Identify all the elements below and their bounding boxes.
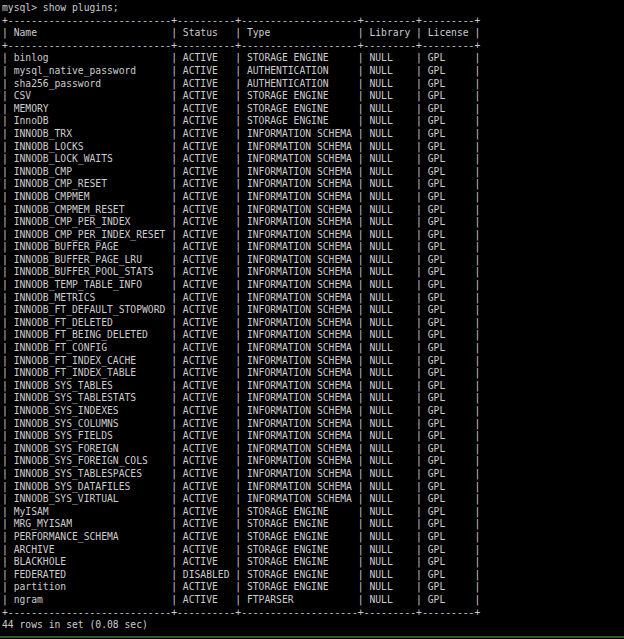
table-row: | INNODB_SYS_INDEXES | ACTIVE | INFORMAT… <box>2 405 624 418</box>
table-border-line: +----------------------------+----------… <box>2 607 624 620</box>
table-row: | INNODB_SYS_TABLESPACES | ACTIVE | INFO… <box>2 468 624 481</box>
table-row: | FEDERATED | DISABLED | STORAGE ENGINE … <box>2 569 624 582</box>
table-row: | INNODB_BUFFER_PAGE_LRU | ACTIVE | INFO… <box>2 254 624 267</box>
table-border-line: +----------------------------+----------… <box>2 40 624 53</box>
table-row: | INNODB_FT_BEING_DELETED | ACTIVE | INF… <box>2 329 624 342</box>
table-row: | INNODB_SYS_FOREIGN | ACTIVE | INFORMAT… <box>2 443 624 456</box>
table-row: | INNODB_CMPMEM | ACTIVE | INFORMATION S… <box>2 191 624 204</box>
table-row: | INNODB_SYS_FIELDS | ACTIVE | INFORMATI… <box>2 430 624 443</box>
table-row: | INNODB_BUFFER_PAGE | ACTIVE | INFORMAT… <box>2 241 624 254</box>
plugins-table: +----------------------------+----------… <box>2 15 624 620</box>
table-row: | InnoDB | ACTIVE | STORAGE ENGINE | NUL… <box>2 115 624 128</box>
table-row: | INNODB_SYS_FOREIGN_COLS | ACTIVE | INF… <box>2 455 624 468</box>
table-row: | MyISAM | ACTIVE | STORAGE ENGINE | NUL… <box>2 506 624 519</box>
window-bottom-edge <box>0 636 624 638</box>
table-row: | INNODB_FT_INDEX_CACHE | ACTIVE | INFOR… <box>2 355 624 368</box>
table-row: | ngram | ACTIVE | FTPARSER | NULL | GPL… <box>2 594 624 607</box>
table-row: | INNODB_METRICS | ACTIVE | INFORMATION … <box>2 292 624 305</box>
table-row: | INNODB_TEMP_TABLE_INFO | ACTIVE | INFO… <box>2 279 624 292</box>
command-text: show plugins; <box>43 2 119 13</box>
table-row: | INNODB_SYS_TABLESTATS | ACTIVE | INFOR… <box>2 392 624 405</box>
mysql-prompt: mysql> <box>2 2 43 13</box>
table-row: | INNODB_CMP_PER_INDEX | ACTIVE | INFORM… <box>2 216 624 229</box>
table-row: | INNODB_FT_INDEX_TABLE | ACTIVE | INFOR… <box>2 367 624 380</box>
table-row: | INNODB_FT_CONFIG | ACTIVE | INFORMATIO… <box>2 342 624 355</box>
table-row: | INNODB_FT_DELETED | ACTIVE | INFORMATI… <box>2 317 624 330</box>
terminal-window[interactable]: mysql> show plugins; +------------------… <box>0 0 624 639</box>
table-row: | INNODB_SYS_VIRTUAL | ACTIVE | INFORMAT… <box>2 493 624 506</box>
table-row: | INNODB_LOCKS | ACTIVE | INFORMATION SC… <box>2 141 624 154</box>
table-row: | INNODB_CMP_RESET | ACTIVE | INFORMATIO… <box>2 178 624 191</box>
prompt-line: mysql> show plugins; <box>2 2 624 15</box>
footer-line: 44 rows in set (0.08 sec) <box>2 619 624 632</box>
table-row: | INNODB_SYS_DATAFILES | ACTIVE | INFORM… <box>2 481 624 494</box>
table-row: | INNODB_CMP_PER_INDEX_RESET | ACTIVE | … <box>2 229 624 242</box>
table-row: | sha256_password | ACTIVE | AUTHENTICAT… <box>2 78 624 91</box>
table-row: | INNODB_SYS_COLUMNS | ACTIVE | INFORMAT… <box>2 418 624 431</box>
table-row: | INNODB_SYS_TABLES | ACTIVE | INFORMATI… <box>2 380 624 393</box>
table-row: | binlog | ACTIVE | STORAGE ENGINE | NUL… <box>2 52 624 65</box>
table-row: | partition | ACTIVE | STORAGE ENGINE | … <box>2 581 624 594</box>
table-row: | INNODB_LOCK_WAITS | ACTIVE | INFORMATI… <box>2 153 624 166</box>
table-row: | INNODB_FT_DEFAULT_STOPWORD | ACTIVE | … <box>2 304 624 317</box>
table-row: | MRG_MYISAM | ACTIVE | STORAGE ENGINE |… <box>2 518 624 531</box>
table-row: | INNODB_CMP | ACTIVE | INFORMATION SCHE… <box>2 166 624 179</box>
table-row: | CSV | ACTIVE | STORAGE ENGINE | NULL |… <box>2 90 624 103</box>
table-row: | INNODB_CMPMEM_RESET | ACTIVE | INFORMA… <box>2 204 624 217</box>
table-row: | PERFORMANCE_SCHEMA | ACTIVE | STORAGE … <box>2 531 624 544</box>
table-row: | ARCHIVE | ACTIVE | STORAGE ENGINE | NU… <box>2 544 624 557</box>
table-row: | BLACKHOLE | ACTIVE | STORAGE ENGINE | … <box>2 556 624 569</box>
table-row: | MEMORY | ACTIVE | STORAGE ENGINE | NUL… <box>2 103 624 116</box>
table-border-line: +----------------------------+----------… <box>2 15 624 28</box>
table-header-line: | Name | Status | Type | Library | Licen… <box>2 27 624 40</box>
table-row: | INNODB_BUFFER_POOL_STATS | ACTIVE | IN… <box>2 266 624 279</box>
table-row: | INNODB_TRX | ACTIVE | INFORMATION SCHE… <box>2 128 624 141</box>
table-row: | mysql_native_password | ACTIVE | AUTHE… <box>2 65 624 78</box>
